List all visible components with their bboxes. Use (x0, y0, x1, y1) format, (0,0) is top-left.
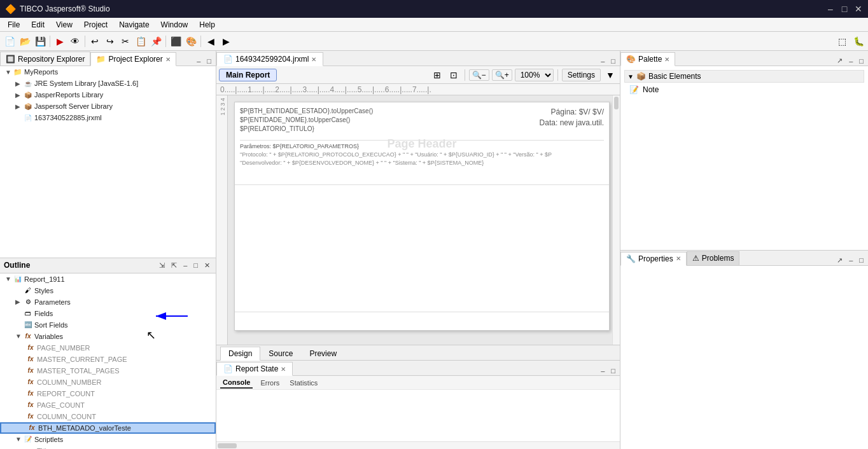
palette-minimize-btn[interactable]: – (847, 57, 855, 66)
forward-btn[interactable]: ▶ (219, 34, 233, 48)
zoom-in-btn[interactable]: 🔍+ (492, 69, 512, 81)
preview-btn[interactable]: 👁 (68, 34, 82, 48)
tree-title[interactable]: — Title (0, 445, 216, 450)
tree-styles[interactable]: 🖌 Styles (0, 285, 216, 296)
menu-project[interactable]: Project (79, 19, 113, 31)
minimize-btn[interactable]: – (826, 4, 835, 13)
zoom-select[interactable]: 100% 75% 50% 125% 150% (515, 69, 554, 81)
editor-maximize-btn[interactable]: □ (609, 57, 617, 66)
preview-tab[interactable]: Preview (301, 346, 345, 360)
menu-view[interactable]: View (51, 19, 78, 31)
minimize-panel-btn[interactable]: – (195, 57, 202, 66)
design-tab[interactable]: Design (220, 347, 260, 361)
outline-expand-btn[interactable]: ⇱ (169, 261, 179, 270)
tree-jre[interactable]: ▶ ☕ JRE System Library [JavaSE-1.6] (0, 78, 216, 89)
tree-parameters[interactable]: ▶ ⚙ Parameters (0, 296, 216, 308)
maximize-panel-btn[interactable]: □ (205, 57, 213, 66)
align-btn[interactable]: ⬛ (169, 34, 183, 48)
report-state-tab[interactable]: 📄 Report State ✕ (216, 362, 293, 376)
outline-minimize-btn[interactable]: – (181, 261, 189, 270)
properties-tab-close[interactable]: ✕ (676, 255, 681, 262)
bottom-hscroll[interactable] (216, 441, 620, 449)
content-line2: $P{ENTIDADE_NOME}.toUpperCase() (240, 116, 373, 123)
close-btn[interactable]: ✕ (854, 4, 863, 13)
report-state-maximize-btn[interactable]: □ (609, 366, 617, 375)
tree-report[interactable]: ▼ 📊 Report_1911 (0, 273, 216, 285)
palette-maximize-btn[interactable]: □ (857, 57, 865, 66)
menu-navigate[interactable]: Navigate (114, 19, 154, 31)
tree-variables[interactable]: ▼ fx Variables (0, 331, 216, 342)
redo-btn[interactable]: ↪ (103, 34, 117, 48)
outline-maximize-btn[interactable]: □ (192, 261, 200, 270)
tree-jaspersoft[interactable]: ▶ 📦 Jaspersoft Server Library (0, 100, 216, 112)
tree-report-count[interactable]: fx REPORT_COUNT (0, 388, 216, 399)
proj-tab-close[interactable]: ✕ (165, 56, 171, 63)
props-maximize-btn[interactable]: □ (857, 256, 865, 265)
tree-column-count[interactable]: fx COLUMN_COUNT (0, 411, 216, 422)
repository-explorer-tab[interactable]: 🔲 Repository Explorer (0, 52, 90, 66)
fields-type-icon: 🗃 (23, 308, 33, 319)
paste-btn[interactable]: 📌 (149, 34, 163, 48)
grid-btn[interactable]: ⊞ (430, 68, 444, 82)
tree-jrxml-file[interactable]: 📄 1637340522885.jrxml (0, 112, 216, 123)
canvas-detail (235, 185, 609, 312)
undo-btn[interactable]: ↩ (88, 34, 102, 48)
problems-tab[interactable]: ⚠ Problems (687, 251, 740, 265)
tree-myreports[interactable]: ▼ 📁 MyReports (0, 66, 216, 78)
props-external-btn[interactable]: ↗ (835, 256, 844, 265)
menu-edit[interactable]: Edit (26, 19, 50, 31)
report-state-tab-close[interactable]: ✕ (281, 366, 286, 373)
console-btn[interactable]: Console (220, 377, 253, 389)
save-btn[interactable]: 💾 (33, 34, 47, 48)
tree-master-total[interactable]: fx MASTER_TOTAL_PAGES (0, 365, 216, 376)
canvas-vscroll[interactable] (612, 95, 620, 345)
editor-tab-close[interactable]: ✕ (311, 56, 316, 63)
editor-file-tab[interactable]: 📄 1649342599204.jrxml ✕ (216, 52, 323, 66)
project-explorer-tab[interactable]: 📁 Project Explorer ✕ (90, 52, 176, 66)
tree-bth-metadado[interactable]: fx BTH_METADADO_valorTeste (0, 422, 216, 434)
tree-column-number[interactable]: fx COLUMN_NUMBER (0, 376, 216, 388)
palette-section-header[interactable]: ▼ 📦 Basic Elements (624, 70, 864, 83)
outline-collapse-btn[interactable]: ⇲ (157, 261, 167, 270)
menu-help[interactable]: Help (194, 19, 220, 31)
format-btn[interactable]: 🎨 (184, 34, 198, 48)
tree-scriptlets[interactable]: ▼ 📝 Scriptlets (0, 434, 216, 445)
copy-btn[interactable]: 📋 (134, 34, 148, 48)
canvas-area[interactable]: 0.....|.....1.....|.....2.....|.....3...… (216, 84, 620, 345)
zoom-out-btn[interactable]: 🔍− (469, 69, 489, 81)
palette-tab-close[interactable]: ✕ (664, 56, 669, 63)
tree-jasperreports[interactable]: ▶ 📦 JasperReports Library (0, 89, 216, 100)
new-btn[interactable]: 📄 (3, 34, 17, 48)
tree-sortfields[interactable]: 🔤 Sort Fields (0, 319, 216, 331)
editor-minimize-btn[interactable]: – (599, 57, 606, 66)
tree-page-count[interactable]: fx PAGE_COUNT (0, 399, 216, 411)
palette-collapse-btn[interactable]: ↗ (835, 56, 844, 66)
menu-file[interactable]: File (3, 19, 25, 31)
layout-btn[interactable]: ⬚ (835, 34, 849, 48)
palette-tab[interactable]: 🎨 Palette ✕ (620, 52, 675, 66)
open-btn[interactable]: 📂 (18, 34, 32, 48)
debug-btn[interactable]: 🐛 (851, 34, 865, 48)
maximize-btn[interactable]: □ (840, 4, 849, 13)
tree-fields[interactable]: 🗃 Fields (0, 308, 216, 319)
properties-tab[interactable]: 🔧 Properties ✕ (620, 252, 687, 266)
run-btn[interactable]: ▶ (53, 34, 67, 48)
tree-master-current[interactable]: fx MASTER_CURRENT_PAGE (0, 354, 216, 365)
menu-window[interactable]: Window (156, 19, 193, 31)
vars-icon: fx (23, 331, 33, 342)
outline-close-btn[interactable]: ✕ (202, 261, 212, 270)
snap-btn[interactable]: ⊡ (447, 68, 461, 82)
palette-note-item[interactable]: 📝 Note (624, 83, 864, 97)
statistics-btn[interactable]: Statistics (287, 378, 320, 388)
settings-btn[interactable]: Settings (562, 69, 601, 81)
back-btn[interactable]: ◀ (204, 34, 218, 48)
report-state-minimize-btn[interactable]: – (599, 366, 606, 375)
errors-btn[interactable]: Errors (258, 378, 282, 388)
main-report-btn[interactable]: Main Report (219, 69, 277, 81)
source-tab[interactable]: Source (260, 346, 301, 360)
cut-btn[interactable]: ✂ (118, 34, 132, 48)
props-minimize-btn[interactable]: – (847, 256, 855, 265)
palette-tab-label: Palette (638, 55, 662, 64)
tree-page-number[interactable]: fx PAGE_NUMBER (0, 342, 216, 354)
settings-arrow-btn[interactable]: ▼ (603, 68, 617, 82)
